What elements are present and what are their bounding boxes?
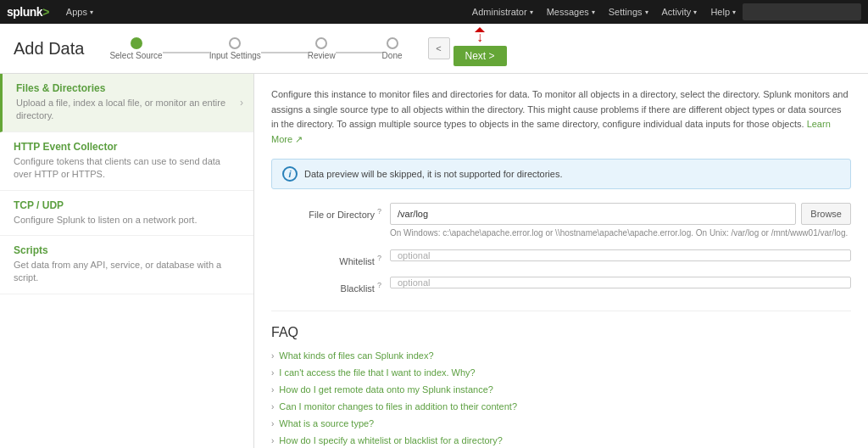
- page-header: Add Data Select Source Input Settings Re…: [0, 24, 868, 74]
- whitelist-question-mark: ?: [377, 254, 381, 262]
- step-done: Done: [382, 37, 403, 60]
- activity-menu[interactable]: Activity ▾: [655, 0, 704, 24]
- file-dir-input[interactable]: [390, 203, 796, 225]
- sidebar-item-desc-tcp: Configure Splunk to listen on a network …: [14, 214, 240, 227]
- file-dir-label: File or Directory ?: [271, 203, 390, 220]
- step-line-2: [261, 52, 308, 53]
- top-navigation: splunk> Apps ▾ Administrator ▾ Messages …: [0, 0, 868, 24]
- sidebar: Files & Directories Upload a file, index…: [0, 74, 254, 448]
- admin-chevron-icon: ▾: [530, 8, 533, 16]
- faq-section: FAQ › What kinds of files can Splunk ind…: [271, 311, 851, 445]
- faq-chevron-0-icon: ›: [271, 351, 274, 361]
- faq-link-3[interactable]: Can I monitor changes to files in additi…: [279, 401, 517, 412]
- faq-chevron-4-icon: ›: [271, 419, 274, 428]
- sidebar-item-title-tcp: TCP / UDP: [14, 199, 240, 211]
- faq-link-0[interactable]: What kinds of files can Splunk index?: [279, 350, 433, 361]
- step-circle-4: [387, 37, 398, 49]
- page-title: Add Data: [14, 39, 84, 59]
- whitelist-input-group: [390, 249, 851, 261]
- whitelist-input[interactable]: [390, 249, 851, 261]
- prev-button[interactable]: <: [428, 37, 450, 59]
- activity-chevron-icon: ▾: [693, 8, 697, 16]
- apps-chevron-icon: ▾: [90, 8, 93, 16]
- next-btn-wrapper: ↓ Next >: [453, 31, 507, 66]
- file-dir-hint: On Windows: c:\apache\apache.error.log o…: [390, 227, 851, 239]
- wizard-nav-buttons: < ↓ Next >: [428, 31, 507, 66]
- faq-link-1[interactable]: I can't access the file that I want to i…: [279, 367, 475, 378]
- settings-chevron-icon: ▾: [645, 8, 648, 16]
- faq-item-2[interactable]: › How do I get remote data onto my Splun…: [271, 384, 851, 395]
- step-review: Review: [308, 37, 336, 60]
- step-circle-2: [229, 37, 241, 49]
- description-text: Configure this instance to monitor files…: [271, 87, 851, 147]
- global-search-input[interactable]: [743, 3, 861, 20]
- step-line-1: [163, 52, 209, 53]
- faq-item-3[interactable]: › Can I monitor changes to files in addi…: [271, 401, 851, 412]
- messages-menu[interactable]: Messages ▾: [540, 0, 602, 24]
- step-label-2: Input Settings: [209, 51, 261, 60]
- arrow-indicator-icon: ↓: [476, 31, 483, 44]
- faq-item-5[interactable]: › How do I specify a whitelist or blackl…: [271, 435, 851, 445]
- step-select-source: Select Source: [109, 37, 162, 60]
- apps-menu[interactable]: Apps ▾: [59, 0, 100, 24]
- faq-chevron-3-icon: ›: [271, 402, 274, 412]
- sidebar-item-title-http: HTTP Event Collector: [14, 141, 240, 153]
- main-layout: Files & Directories Upload a file, index…: [0, 74, 868, 448]
- sidebar-item-desc-http: Configure tokens that clients can use to…: [14, 155, 240, 182]
- step-circle-3: [315, 37, 327, 49]
- faq-item-1[interactable]: › I can't access the file that I want to…: [271, 367, 851, 378]
- sidebar-chevron-files-icon: ›: [240, 97, 243, 109]
- file-dir-row: File or Directory ? Browse On Windows: c…: [271, 203, 851, 239]
- faq-link-4[interactable]: What is a source type?: [279, 418, 374, 428]
- next-button[interactable]: Next >: [453, 46, 507, 66]
- file-dir-input-row: Browse: [390, 203, 851, 225]
- messages-chevron-icon: ▾: [592, 8, 595, 16]
- step-circle-1: [131, 37, 142, 49]
- sidebar-item-desc-scripts: Get data from any API, service, or datab…: [14, 259, 240, 285]
- faq-chevron-1-icon: ›: [271, 368, 274, 378]
- faq-link-5[interactable]: How do I specify a whitelist or blacklis…: [279, 435, 503, 445]
- blacklist-input-group: [390, 277, 851, 288]
- administrator-menu[interactable]: Administrator ▾: [465, 0, 540, 24]
- blacklist-input[interactable]: [390, 277, 851, 288]
- step-input-settings: Input Settings: [209, 37, 261, 60]
- faq-chevron-2-icon: ›: [271, 385, 274, 395]
- sidebar-item-desc-files: Upload a file, index a local file, or mo…: [16, 97, 240, 123]
- splunk-logo: splunk>: [7, 5, 49, 19]
- step-label-1: Select Source: [109, 51, 162, 60]
- whitelist-row: Whitelist ?: [271, 249, 851, 266]
- faq-link-2[interactable]: How do I get remote data onto my Splunk …: [279, 384, 493, 395]
- info-icon: i: [282, 166, 298, 182]
- help-menu[interactable]: Help ▾: [704, 0, 743, 24]
- content-area: Configure this instance to monitor files…: [254, 74, 868, 448]
- step-label-4: Done: [382, 51, 403, 60]
- faq-chevron-5-icon: ›: [271, 436, 274, 445]
- sidebar-item-title-scripts: Scripts: [14, 244, 240, 256]
- topnav-right: Administrator ▾ Messages ▾ Settings ▾ Ac…: [465, 0, 861, 24]
- browse-button[interactable]: Browse: [801, 203, 851, 225]
- whitelist-label: Whitelist ?: [271, 249, 390, 266]
- wizard-progress: Select Source Input Settings Review Done: [109, 37, 402, 60]
- sidebar-item-http-event[interactable]: HTTP Event Collector Configure tokens th…: [0, 132, 253, 191]
- file-dir-input-group: Browse On Windows: c:\apache\apache.erro…: [390, 203, 851, 239]
- faq-title: FAQ: [271, 325, 851, 340]
- sidebar-item-title-files: Files & Directories: [16, 82, 240, 94]
- blacklist-row: Blacklist ?: [271, 277, 851, 294]
- info-box: i Data preview will be skipped, it is no…: [271, 159, 851, 189]
- settings-menu[interactable]: Settings ▾: [602, 0, 655, 24]
- faq-item-4[interactable]: › What is a source type?: [271, 418, 851, 428]
- sidebar-item-scripts[interactable]: Scripts Get data from any API, service, …: [0, 236, 253, 294]
- faq-item-0[interactable]: › What kinds of files can Splunk index?: [271, 350, 851, 361]
- blacklist-question-mark: ?: [377, 281, 381, 289]
- help-chevron-icon: ▾: [732, 8, 736, 16]
- info-message: Data preview will be skipped, it is not …: [304, 169, 562, 179]
- step-line-3: [336, 52, 382, 53]
- step-label-3: Review: [308, 51, 336, 60]
- sidebar-item-files-directories[interactable]: Files & Directories Upload a file, index…: [0, 74, 253, 132]
- file-dir-required-mark: ?: [377, 207, 381, 216]
- blacklist-label: Blacklist ?: [271, 277, 390, 294]
- sidebar-item-tcp-udp[interactable]: TCP / UDP Configure Splunk to listen on …: [0, 191, 253, 236]
